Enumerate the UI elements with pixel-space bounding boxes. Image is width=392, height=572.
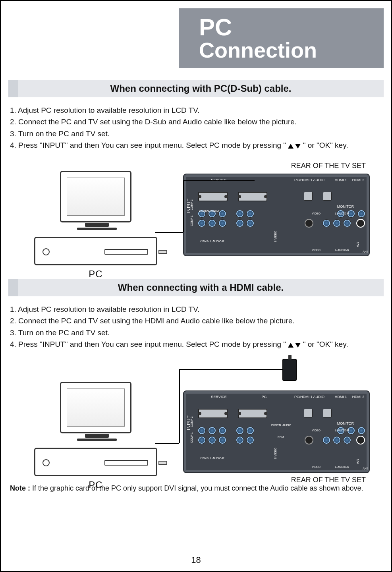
step-3: 3. Turn on the PC and TV set.: [10, 327, 382, 338]
av1-label: AV1: [356, 459, 359, 464]
pc-port-label: PC: [243, 395, 285, 399]
laudior-label-2: L-AUDIO-R: [335, 466, 349, 468]
digital-audio-label: DIGITAL AUDIO: [271, 424, 291, 427]
comp2-label: COMP 2: [190, 199, 193, 210]
laudior-label-2: L-AUDIO-R: [335, 249, 349, 251]
step-4: 4. Press "INPUT" and then You can see in…: [10, 139, 382, 152]
cable-line-icon: [183, 180, 184, 232]
cable-line-icon: [183, 180, 255, 181]
digital-audio-label: DIGITAL AUDIO: [199, 209, 219, 212]
hdmi1-port-icon: [304, 192, 313, 201]
hdmi-plug-icon: [282, 359, 297, 381]
svideo-port-icon: [305, 219, 313, 228]
hdmi1-port-icon: [304, 409, 313, 417]
step-1: 1. Adjust PC resolution to available res…: [10, 104, 382, 116]
svideo-label: S-VIDEO: [274, 231, 277, 242]
ypbpr-label: Y Pb Pr L-AUDIO-R: [200, 240, 224, 243]
hdmi2-label: HDMI 2: [351, 178, 365, 182]
diagram-dsub: PC REAR OF THE TV SET INPUT OUT SERVICE …: [8, 159, 384, 274]
pc-monitor-icon: [60, 171, 131, 222]
title-line-2: Connection: [199, 39, 372, 61]
tv-back-panel: INPUT OUT SERVICE PC/HDMI 1 AUDIO HDMI 1…: [183, 174, 370, 256]
pc-illustration: PC: [28, 382, 163, 469]
step-2: 2. Connect the PC and TV set using the D…: [10, 116, 382, 128]
tv-rear-illustration: REAR OF THE TV SET INPUT OUT SERVICE PC/…: [183, 169, 370, 256]
pc-label: PC: [28, 269, 163, 280]
ant-port-icon: [356, 436, 365, 444]
hdmi1-label: HDMI 1: [334, 395, 348, 399]
pchdmi-audio-label: PC/HDMI 1 AUDIO: [289, 178, 330, 182]
ant-label: ANT: [363, 250, 368, 253]
up-down-arrow-icon: [288, 140, 301, 152]
output-side-label: OUT: [370, 438, 375, 448]
step-3: 3. Turn on the PC and TV set.: [10, 128, 382, 139]
hdmi2-port-icon: [323, 409, 332, 417]
header-blank: [8, 8, 179, 68]
laudior-label-1: L-AUDIO-R: [335, 429, 349, 432]
title-line-1: PC: [199, 15, 372, 39]
component-row-1: [198, 219, 365, 228]
step-2: 2. Connect the PC and TV set using the H…: [10, 315, 382, 327]
tv-rear-label: REAR OF THE TV SET: [291, 476, 366, 484]
cable-line-icon: [155, 443, 179, 444]
pcm-label: PCM: [278, 436, 284, 439]
comp1-label: COMP 1: [190, 215, 193, 226]
header-title-block: PC Connection: [179, 8, 384, 68]
section-heading-dsub: When connecting with PC(D-Sub) cable.: [8, 80, 384, 97]
page-header: PC Connection: [8, 8, 384, 68]
pc-label: PC: [28, 479, 163, 491]
laudior-label-1: L-AUDIO-R: [335, 212, 349, 215]
pc-illustration: PC: [28, 171, 163, 258]
diagram-hdmi: PC REAR OF THE TV SET INPUT OUT SERVICE …: [8, 358, 384, 481]
hdmi2-label: HDMI 2: [351, 395, 365, 399]
cable-line-icon: [179, 369, 282, 370]
comp2-label: COMP 2: [190, 416, 193, 427]
step-4: 4. Press "INPUT" and then You can see in…: [10, 338, 382, 351]
service-port-icon: [198, 192, 228, 201]
svideo-label: S-VIDEO: [274, 448, 277, 459]
step-4-a: 4. Press "INPUT" and then You can see in…: [10, 340, 288, 348]
pc-tower-icon: [34, 448, 157, 476]
service-label: SERVICE: [198, 395, 239, 399]
pchdmi-audio-label: PC/HDMI 1 AUDIO: [289, 395, 330, 399]
hdmi1-label: HDMI 1: [334, 178, 348, 182]
step-4-b: " or "OK" key.: [301, 141, 348, 149]
output-side-label: OUT: [370, 221, 375, 232]
step-1: 1. Adjust PC resolution to available res…: [10, 303, 382, 315]
steps-dsub: 1. Adjust PC resolution to available res…: [8, 104, 384, 155]
pc-monitor-icon: [60, 382, 131, 433]
monitor-label: MONITOR: [198, 205, 365, 209]
service-port-icon: [198, 409, 228, 418]
svideo-port-icon: [305, 436, 313, 444]
up-down-arrow-icon: [288, 339, 301, 351]
comp1-label: COMP 1: [190, 432, 193, 443]
tv-rear-label: REAR OF THE TV SET: [291, 162, 366, 170]
video-label-2: VIDEO: [312, 249, 321, 251]
tv-back-panel: INPUT OUT SERVICE PC PC/HDMI 1 AUDIO HDM…: [183, 390, 370, 473]
manual-page: PC Connection When connecting with PC(D-…: [0, 0, 392, 572]
pc-vga-port-icon: [238, 409, 267, 418]
cable-line-icon: [155, 232, 183, 233]
video-label-2: VIDEO: [312, 466, 321, 468]
hdmi2-port-icon: [323, 192, 332, 201]
section-heading-hdmi: When connecting with a HDMI cable.: [8, 279, 384, 296]
pc-tower-icon: [34, 237, 157, 265]
ant-label: ANT: [363, 467, 368, 470]
page-number: 18: [1, 555, 391, 565]
ypbpr-label: Y Pb Pr L-AUDIO-R: [200, 457, 224, 460]
steps-hdmi: 1. Adjust PC resolution to available res…: [8, 303, 384, 354]
video-label-1: VIDEO: [312, 429, 321, 432]
step-4-b: " or "OK" key.: [301, 340, 348, 348]
cable-line-icon: [179, 369, 180, 443]
ant-port-icon: [356, 219, 365, 228]
tv-rear-illustration: REAR OF THE TV SET INPUT OUT SERVICE PC …: [183, 386, 370, 473]
video-label-1: VIDEO: [312, 212, 321, 215]
pc-vga-port-icon: [238, 192, 267, 201]
step-4-a: 4. Press "INPUT" and then You can see in…: [10, 141, 288, 149]
av1-label: AV1: [356, 242, 359, 247]
